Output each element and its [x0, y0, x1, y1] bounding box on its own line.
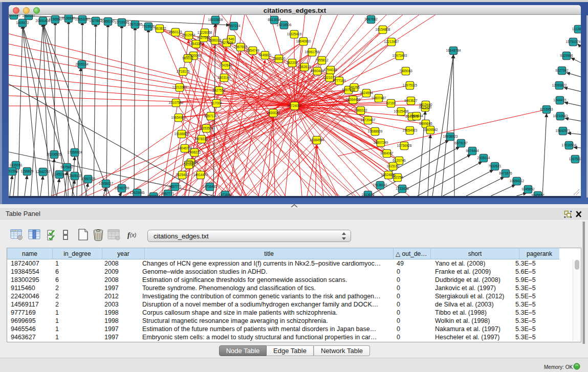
- svg-text:16782759: 16782759: [115, 186, 129, 190]
- svg-text:1588520: 1588520: [272, 57, 286, 60]
- svg-text:8813054: 8813054: [268, 18, 281, 21]
- svg-text:140994: 140994: [183, 163, 194, 166]
- svg-text:17016504: 17016504: [562, 143, 577, 147]
- svg-text:11353594: 11353594: [199, 126, 214, 130]
- svg-text:9329966: 9329966: [560, 54, 573, 57]
- svg-text:6794028: 6794028: [324, 68, 337, 72]
- svg-text:6966160: 6966160: [101, 19, 115, 23]
- svg-text:12923445: 12923445: [130, 191, 145, 194]
- svg-text:13226058: 13226058: [198, 31, 212, 34]
- svg-text:1156829: 1156829: [21, 169, 34, 173]
- svg-text:8136560: 8136560: [62, 16, 75, 20]
- svg-text:6899695: 6899695: [419, 122, 432, 125]
- svg-text:15751074: 15751074: [566, 40, 581, 43]
- svg-text:8912954: 8912954: [182, 33, 195, 37]
- svg-text:8471676: 8471676: [499, 171, 512, 175]
- svg-text:9857771: 9857771: [161, 192, 175, 195]
- svg-text:19654923: 19654923: [171, 116, 186, 119]
- svg-text:2967608: 2967608: [234, 45, 247, 49]
- svg-text:8215953: 8215953: [540, 107, 553, 111]
- svg-text:7584844: 7584844: [410, 114, 423, 118]
- svg-text:10671385: 10671385: [128, 23, 143, 26]
- svg-text:18938923: 18938923: [443, 135, 458, 138]
- svg-text:16210643: 16210643: [553, 114, 568, 118]
- svg-text:19384554: 19384554: [310, 138, 324, 142]
- svg-text:15692971: 15692971: [556, 129, 571, 133]
- svg-text:2830029: 2830029: [267, 111, 280, 115]
- svg-text:1065327: 1065327: [22, 15, 35, 17]
- svg-text:15720407: 15720407: [361, 118, 376, 122]
- svg-text:7485063: 7485063: [399, 69, 412, 73]
- svg-text:16409542: 16409542: [423, 128, 438, 132]
- svg-text:7632621: 7632621: [488, 164, 502, 168]
- svg-text:2935114: 2935114: [477, 156, 490, 160]
- svg-text:10719185: 10719185: [115, 20, 129, 24]
- svg-text:317004: 317004: [211, 101, 222, 105]
- svg-text:10973493: 10973493: [393, 54, 407, 57]
- svg-text:3624554: 3624554: [360, 91, 373, 95]
- svg-text:1112845: 1112845: [572, 27, 581, 31]
- svg-text:10653287: 10653287: [75, 17, 90, 21]
- svg-text:14914479: 14914479: [193, 173, 208, 177]
- svg-text:18724007: 18724007: [287, 104, 302, 107]
- svg-text:17957225: 17957225: [81, 177, 96, 181]
- svg-text:2803144: 2803144: [217, 76, 231, 79]
- svg-text:62160: 62160: [386, 101, 396, 105]
- svg-text:12093822: 12093822: [552, 83, 567, 87]
- svg-text:8267130: 8267130: [204, 114, 217, 118]
- svg-text:746266: 746266: [349, 85, 360, 89]
- svg-text:18807249: 18807249: [374, 141, 388, 144]
- svg-text:9515440: 9515440: [419, 103, 432, 106]
- svg-text:19166829: 19166829: [175, 132, 189, 136]
- svg-text:9463627: 9463627: [404, 99, 418, 102]
- svg-text:15136141: 15136141: [373, 183, 388, 187]
- svg-text:7986322: 7986322: [354, 108, 367, 112]
- svg-text:7663822: 7663822: [153, 27, 166, 30]
- svg-text:18640910: 18640910: [296, 39, 311, 43]
- svg-text:10958117: 10958117: [99, 182, 114, 185]
- svg-text:9975887: 9975887: [60, 165, 74, 169]
- svg-text:1167533: 1167533: [569, 157, 581, 161]
- svg-text:9084067: 9084067: [380, 151, 394, 155]
- svg-text:10654112: 10654112: [510, 179, 525, 183]
- svg-text:16154808: 16154808: [376, 28, 390, 31]
- svg-text:10807487: 10807487: [372, 96, 386, 100]
- svg-text:7955812: 7955812: [315, 58, 329, 62]
- svg-text:9857771: 9857771: [168, 185, 182, 188]
- svg-text:(x): (x): [130, 232, 136, 238]
- svg-text:10688609: 10688609: [368, 129, 383, 133]
- svg-text:8454749: 8454749: [246, 49, 259, 52]
- svg-text:6120746: 6120746: [393, 159, 406, 162]
- svg-text:8427552: 8427552: [212, 89, 226, 92]
- svg-text:8960123: 8960123: [169, 30, 182, 34]
- svg-text:12942757: 12942757: [36, 170, 51, 173]
- svg-text:9242848: 9242848: [219, 63, 232, 67]
- svg-text:19716485: 19716485: [203, 185, 217, 188]
- svg-text:12213967: 12213967: [384, 40, 399, 43]
- svg-text:1733426: 1733426: [396, 187, 409, 190]
- svg-text:6879197: 6879197: [454, 141, 468, 145]
- svg-text:9227342: 9227342: [555, 69, 569, 72]
- svg-text:10025438: 10025438: [394, 110, 409, 113]
- svg-text:882203: 882203: [287, 61, 298, 64]
- svg-text:19218506: 19218506: [277, 23, 292, 27]
- svg-text:16961758: 16961758: [305, 50, 320, 54]
- svg-text:11325419: 11325419: [287, 32, 302, 36]
- svg-text:7625402: 7625402: [176, 173, 189, 177]
- svg-text:10046766: 10046766: [178, 146, 192, 150]
- svg-text:8878332: 8878332: [195, 137, 208, 141]
- svg-text:1615192: 1615192: [386, 164, 400, 168]
- svg-text:1835051: 1835051: [9, 163, 23, 167]
- svg-text:2069140: 2069140: [9, 15, 20, 17]
- svg-text:8186328: 8186328: [208, 38, 222, 42]
- svg-text:391594: 391594: [9, 169, 18, 173]
- svg-text:16543382: 16543382: [189, 42, 204, 46]
- svg-text:9136560: 9136560: [49, 17, 62, 21]
- svg-text:1498222: 1498222: [188, 150, 201, 154]
- svg-text:9777169: 9777169: [333, 79, 346, 82]
- svg-text:8990448: 8990448: [311, 69, 324, 73]
- svg-text:16033809: 16033809: [208, 18, 223, 21]
- svg-text:2087682: 2087682: [364, 17, 378, 21]
- svg-text:1621072: 1621072: [323, 76, 336, 79]
- svg-text:1244415: 1244415: [553, 98, 567, 102]
